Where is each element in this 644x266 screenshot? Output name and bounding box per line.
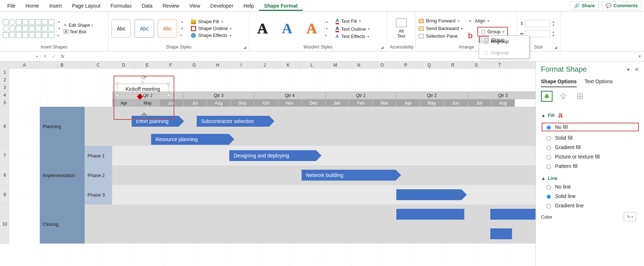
pane-tab-text-options[interactable]: Text Options bbox=[585, 79, 613, 87]
tab-shape-format[interactable]: Shape Format bbox=[259, 1, 303, 11]
enter-icon[interactable]: ✓ bbox=[52, 54, 56, 59]
pane-icon-effects[interactable] bbox=[558, 91, 569, 102]
height-input[interactable] bbox=[525, 20, 550, 27]
bar-network[interactable]: Network building bbox=[302, 170, 396, 181]
group-wordart: A A A ▲▼▾ AText Fill▾ AText Outline▾ ATe… bbox=[250, 12, 387, 51]
line-no-line[interactable]: No line bbox=[545, 184, 639, 190]
wordart-3[interactable]: A bbox=[302, 18, 322, 39]
align-button[interactable]: ⫟Align▾ bbox=[468, 18, 489, 24]
shape-styles-launcher[interactable]: ◢ bbox=[243, 45, 248, 50]
pane-close-icon[interactable]: ✕ bbox=[635, 67, 639, 72]
shape-fill-button[interactable]: Shape Fill▾ bbox=[191, 19, 232, 24]
pane-icon-fill[interactable] bbox=[541, 91, 553, 102]
text-outline-button[interactable]: AText Outline▾ bbox=[336, 26, 370, 32]
fill-solid[interactable]: Solid fill bbox=[545, 135, 639, 141]
shape-effects-button[interactable]: Shape Effects▾ bbox=[191, 33, 232, 38]
text-effects-icon: A bbox=[336, 34, 339, 39]
bar-unnamed3[interactable] bbox=[490, 209, 536, 220]
annotation-b: b bbox=[468, 31, 473, 41]
wordart-more[interactable]: ▲▼▾ bbox=[324, 19, 329, 38]
tab-home[interactable]: Home bbox=[21, 1, 44, 11]
style-gallery-more[interactable]: ▲▼▾ bbox=[179, 19, 184, 38]
formula-expand[interactable]: ▾ bbox=[636, 54, 644, 59]
text-box-icon: A bbox=[64, 29, 68, 34]
menu-group[interactable]: ⬚Group bbox=[479, 36, 489, 43]
bar-sub[interactable]: Subcontractor selection bbox=[197, 116, 269, 127]
rotate-handle[interactable]: ⟳ bbox=[141, 73, 147, 81]
kickoff-label-box[interactable]: Kickoff meeting bbox=[117, 84, 169, 94]
ribbon-body: ▲▼▾ ✎Edit Shape▾ AText Box Insert Shapes… bbox=[0, 12, 644, 51]
tab-view[interactable]: View bbox=[184, 1, 205, 11]
fill-gradient[interactable]: Gradient fill bbox=[545, 144, 639, 150]
row-headers[interactable]: 1 2 3 4 5 6 7 8 9 10 bbox=[0, 69, 9, 244]
pane-icon-size[interactable] bbox=[574, 91, 586, 102]
line-solid[interactable]: Solid line bbox=[545, 193, 639, 199]
group-dropdown-button[interactable]: ⬚Group▾ bbox=[477, 27, 508, 37]
pencil-icon: ✎ bbox=[627, 214, 631, 220]
style-card-2[interactable]: Abc bbox=[135, 20, 154, 38]
pane-tab-shape-options[interactable]: Shape Options bbox=[541, 79, 577, 87]
style-card-1[interactable]: Abc bbox=[111, 20, 131, 38]
fx-icon[interactable]: fx bbox=[59, 54, 67, 59]
cancel-icon[interactable]: ✕ bbox=[43, 54, 47, 59]
bar-unnamed1[interactable] bbox=[396, 189, 461, 200]
bar-unnamed4[interactable] bbox=[490, 228, 512, 239]
section-phase3: Phase 3 bbox=[85, 185, 112, 204]
alt-text-button[interactable]: Alt Text bbox=[391, 18, 411, 39]
wordart-2[interactable]: A bbox=[277, 18, 297, 39]
fill-icon bbox=[191, 19, 196, 24]
column-headers[interactable]: A B C D E F G H I J K L M N O P Q R S T bbox=[0, 62, 536, 69]
selection-pane-button[interactable]: Selection Pane bbox=[419, 33, 463, 39]
wordart-launcher[interactable]: ◢ bbox=[381, 45, 385, 50]
share-button[interactable]: 🔗Share bbox=[570, 1, 599, 10]
size-launcher[interactable]: ◢ bbox=[554, 45, 559, 50]
move-handle[interactable]: ✥ bbox=[141, 111, 147, 119]
gallery-more[interactable]: ▲▼▾ bbox=[56, 19, 61, 38]
fill-section-header[interactable]: ▲Filla bbox=[541, 110, 639, 120]
bar-design[interactable]: Designing and deploying bbox=[229, 150, 316, 161]
kickoff-selection[interactable]: ⟳ Kickoff meeting ✥ bbox=[114, 76, 174, 120]
bar-unnamed2[interactable] bbox=[396, 209, 464, 220]
row-phase2-bg bbox=[40, 165, 536, 185]
worksheet[interactable]: A B C D E F G H I J K L M N O P Q R S T bbox=[0, 62, 536, 266]
fill-no-fill[interactable]: No fill bbox=[542, 123, 639, 131]
text-fill-button[interactable]: AText Fill▾ bbox=[336, 18, 370, 24]
ungroup-icon: ⬚ bbox=[483, 50, 488, 55]
bring-forward-button[interactable]: Bring Forward▾ bbox=[419, 18, 463, 24]
tab-help[interactable]: Help bbox=[238, 1, 259, 11]
wordart-1[interactable]: A bbox=[252, 18, 273, 39]
group-dropdown-menu: ⬚Group ⬚Regroup ⬚Ungroup bbox=[479, 35, 529, 59]
section-phase2: Phase 2 bbox=[85, 165, 112, 185]
line-color-button[interactable]: ✎▾ bbox=[624, 212, 636, 221]
tab-page-layout[interactable]: Page Layout bbox=[67, 1, 106, 11]
tab-review[interactable]: Review bbox=[158, 1, 184, 11]
shape-gallery[interactable] bbox=[3, 19, 54, 38]
edit-shape-button[interactable]: ✎Edit Shape▾ bbox=[64, 23, 93, 28]
comment-icon: 💬 bbox=[606, 3, 611, 8]
shape-outline-button[interactable]: Shape Outline▾ bbox=[191, 26, 232, 31]
fill-pattern[interactable]: Pattern fill bbox=[545, 163, 639, 169]
fill-picture[interactable]: Picture or texture fill bbox=[545, 154, 639, 160]
line-gradient[interactable]: Gradient line bbox=[545, 203, 639, 208]
tab-formulas[interactable]: Formulas bbox=[106, 1, 137, 11]
line-section-header[interactable]: ▲Line bbox=[541, 176, 639, 181]
tab-developer[interactable]: Developer bbox=[205, 1, 239, 11]
tab-insert[interactable]: Insert bbox=[44, 1, 67, 11]
tab-data[interactable]: Data bbox=[137, 1, 158, 11]
style-gallery[interactable]: Abc Abc Abc bbox=[111, 20, 177, 38]
text-effects-button[interactable]: AText Effects▾ bbox=[336, 34, 370, 39]
wordart-gallery[interactable]: A A A bbox=[252, 18, 322, 39]
name-box[interactable]: ▾ bbox=[0, 55, 40, 58]
bring-forward-icon bbox=[419, 19, 424, 23]
bar-resource[interactable]: Resource planning bbox=[151, 134, 229, 145]
text-box-button[interactable]: AText Box bbox=[64, 29, 93, 34]
group-label: WordArt Styles bbox=[252, 44, 384, 50]
send-backward-button[interactable]: Send Backward▾ bbox=[419, 26, 463, 31]
group-label: Insert Shapes bbox=[3, 44, 105, 50]
height-field[interactable]: ⇕▲▼ bbox=[520, 20, 555, 27]
pane-menu-icon[interactable]: ▾ bbox=[627, 67, 630, 72]
style-card-3[interactable]: Abc bbox=[158, 20, 177, 38]
milestone-marker[interactable] bbox=[137, 94, 143, 100]
comments-button[interactable]: 💬Comments bbox=[602, 1, 642, 10]
tab-file[interactable]: File bbox=[2, 1, 21, 11]
